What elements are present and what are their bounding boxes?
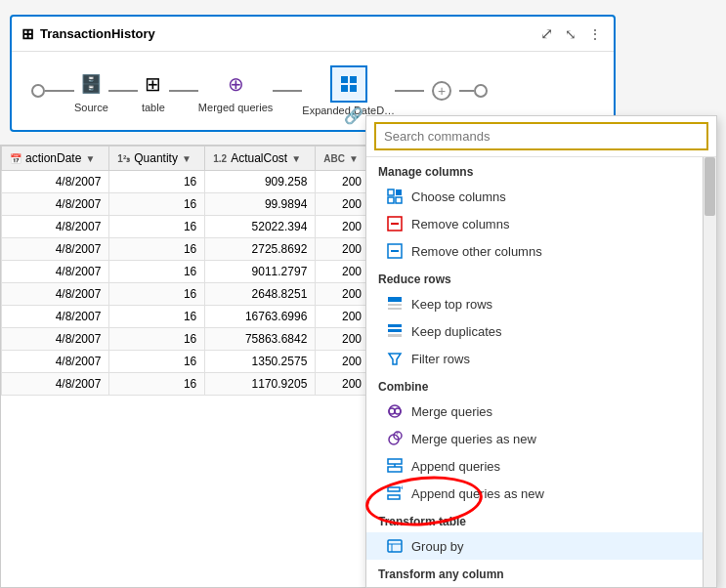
svg-rect-13: [388, 304, 402, 306]
table-cell: 9011.2797: [205, 261, 316, 283]
menu-item-replace-values[interactable]: ω123 Replace values: [366, 585, 716, 587]
remove-columns-label: Remove columns: [411, 217, 509, 231]
table-cell: 4/8/2007: [2, 238, 109, 261]
filter-icon-actualcost[interactable]: ▼: [291, 153, 301, 164]
table-cell: 16: [109, 238, 205, 261]
svg-rect-4: [388, 189, 394, 195]
table-row: 4/8/2007161170.9205200: [2, 373, 370, 396]
table-row: 4/8/2007162648.8251200: [2, 283, 370, 306]
table-row: 4/8/20071616763.6996200: [2, 306, 370, 328]
menu-item-merge-queries[interactable]: Merge queries: [366, 398, 716, 425]
table-cell: 1350.2575: [205, 351, 316, 373]
table-cell: 200: [316, 171, 370, 193]
table-cell: 4/8/2007: [2, 193, 109, 216]
expanded-step-icon: [340, 75, 358, 93]
table-cell: 4/8/2007: [2, 373, 109, 396]
col-header-abc[interactable]: ABC ▼: [316, 147, 370, 171]
expanded-step-box: [330, 65, 367, 103]
table-cell: 16: [109, 306, 205, 328]
table-cell: 16: [109, 373, 205, 396]
step-table[interactable]: ⊞ table: [138, 68, 169, 113]
menu-item-remove-other-columns[interactable]: Remove other columns: [366, 237, 716, 265]
connector-1: [108, 90, 138, 92]
menu-item-append-queries[interactable]: Append queries: [366, 452, 716, 480]
merge-queries-new-icon: +: [386, 430, 404, 447]
table-cell: 2648.8251: [205, 283, 316, 306]
table-step-icon: ⊞: [138, 68, 169, 100]
menu-item-append-queries-new[interactable]: + Append queries as new: [366, 480, 716, 507]
expand-icon[interactable]: ⤡: [563, 24, 578, 44]
col-header-actiondate[interactable]: 📅 actionDate ▼: [2, 147, 109, 171]
svg-marker-18: [389, 354, 401, 364]
menu-item-group-by[interactable]: Group by: [366, 532, 716, 560]
table-row: 4/8/20071675863.6842200: [2, 328, 370, 351]
table-cell: 16: [109, 351, 205, 373]
table-cell: 4/8/2007: [2, 306, 109, 328]
table-cell: 1170.9205: [205, 373, 316, 396]
append-queries-new-label: Append queries as new: [411, 486, 544, 501]
menu-item-filter-rows[interactable]: Filter rows: [366, 345, 716, 372]
step-merged[interactable]: ⊕ Merged queries: [198, 68, 273, 113]
table-cell: 75863.6842: [205, 328, 316, 351]
table-cell: 200: [316, 261, 370, 283]
menu-item-remove-columns[interactable]: Remove columns: [366, 210, 716, 237]
keep-top-rows-icon: [386, 295, 404, 313]
svg-rect-16: [388, 329, 402, 332]
merge-queries-icon: [386, 402, 404, 420]
table-cell: 16: [109, 283, 205, 306]
svg-rect-15: [388, 324, 402, 327]
svg-rect-29: [388, 495, 400, 499]
svg-rect-2: [341, 85, 348, 92]
table-cell: 16: [109, 171, 205, 193]
menu-item-keep-top-rows[interactable]: Keep top rows: [366, 290, 716, 317]
svg-point-21: [395, 408, 401, 414]
filter-icon-abc[interactable]: ▼: [349, 153, 359, 164]
search-commands-input[interactable]: [374, 122, 708, 150]
table-cell: 200: [316, 283, 370, 306]
table-cell: 909.258: [205, 171, 316, 193]
data-table-container: 📅 actionDate ▼ 1²₃ Quantity ▼: [0, 145, 371, 588]
table-cell: 4/8/2007: [2, 283, 109, 306]
add-step-button[interactable]: +: [432, 81, 451, 101]
col-header-quantity[interactable]: 1²₃ Quantity ▼: [109, 147, 205, 171]
table-row: 4/8/20071652022.394200: [2, 216, 370, 238]
svg-rect-17: [388, 334, 402, 337]
table-cell: 200: [316, 216, 370, 238]
col-header-actualcost[interactable]: 1.2 ActualCost ▼: [205, 147, 316, 171]
svg-rect-0: [341, 76, 348, 83]
svg-rect-3: [350, 85, 357, 92]
table-cell: 2725.8692: [205, 238, 316, 261]
menu-item-keep-duplicates[interactable]: Keep duplicates: [366, 317, 716, 345]
filter-icon-quantity[interactable]: ▼: [182, 153, 192, 164]
group-by-label: Group by: [411, 539, 463, 554]
share-icon[interactable]: ⤢: [538, 22, 555, 45]
menu-scrollbar[interactable]: [703, 157, 716, 587]
menu-item-merge-queries-new[interactable]: + Merge queries as new: [366, 425, 716, 452]
table-cell: 99.9894: [205, 193, 316, 216]
step-merged-label: Merged queries: [198, 102, 273, 113]
svg-rect-26: [388, 467, 402, 472]
query-title-bar: ⊞ TransactionHistory ⤢ ⤡ ⋮: [12, 17, 614, 52]
keep-duplicates-label: Keep duplicates: [411, 324, 502, 339]
table-cell: 16: [109, 328, 205, 351]
table-cell: 4/8/2007: [2, 171, 109, 193]
table-icon: ⊞: [21, 25, 34, 43]
svg-rect-31: [388, 540, 402, 552]
keep-top-rows-label: Keep top rows: [411, 297, 492, 312]
merge-step-icon: ⊕: [220, 68, 251, 100]
choose-columns-label: Choose columns: [411, 189, 506, 204]
filter-icon-actiondate[interactable]: ▼: [85, 153, 95, 164]
more-icon[interactable]: ⋮: [586, 24, 604, 44]
step-source[interactable]: 🗄️ Source: [74, 68, 108, 113]
canvas: ⊞ TransactionHistory ⤢ ⤡ ⋮ 🗄️ Source ⊞: [0, 0, 726, 588]
table-cell: 16: [109, 193, 205, 216]
svg-text:+: +: [400, 485, 403, 492]
menu-item-choose-columns[interactable]: Choose columns: [366, 183, 716, 210]
table-cell: 4/8/2007: [2, 216, 109, 238]
append-queries-icon: [386, 457, 404, 475]
svg-rect-14: [388, 308, 402, 310]
table-cell: 200: [316, 193, 370, 216]
commands-dropdown: Manage columns Choose columns Remove col…: [365, 115, 717, 588]
query-node: ⊞ TransactionHistory ⤢ ⤡ ⋮ 🗄️ Source ⊞: [10, 15, 616, 132]
svg-point-20: [389, 408, 395, 414]
